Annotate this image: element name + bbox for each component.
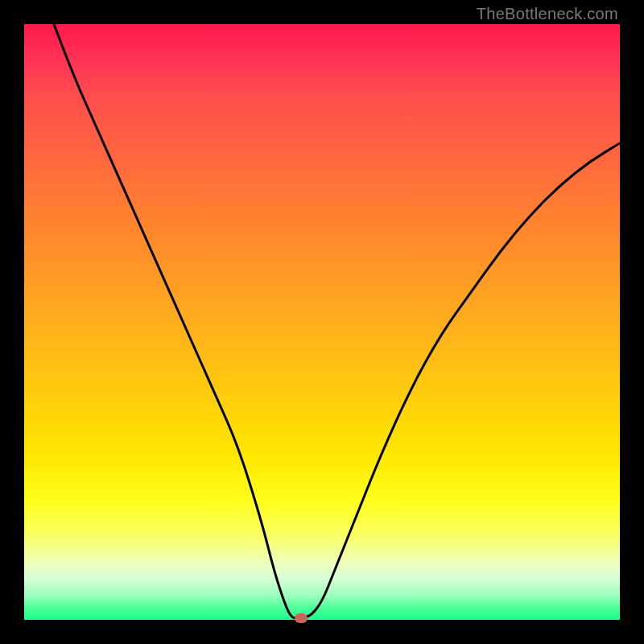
bottleneck-curve <box>54 24 620 618</box>
optimum-marker <box>295 613 308 623</box>
plot-area <box>24 24 620 620</box>
curve-svg <box>24 24 620 620</box>
chart-frame: TheBottleneck.com <box>0 0 644 644</box>
watermark-text: TheBottleneck.com <box>477 5 618 23</box>
